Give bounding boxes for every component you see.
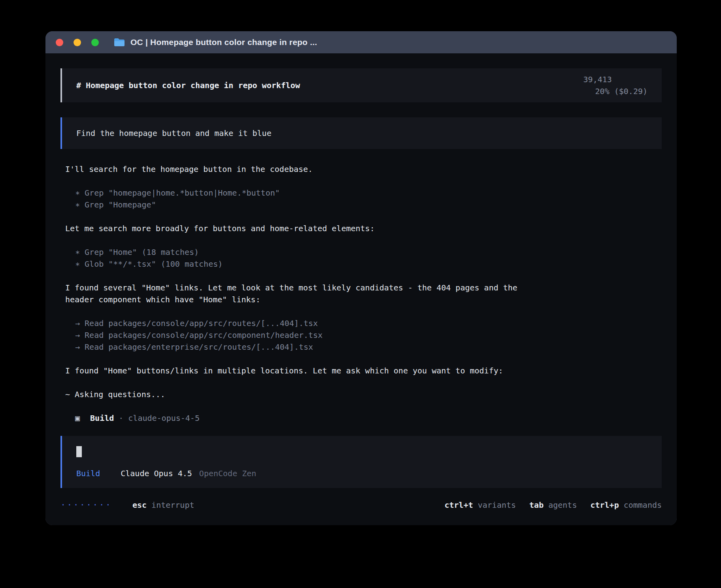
- read-call-line: → Read packages/console/app/src/routes/[…: [75, 317, 662, 329]
- terminal-window: OC | Homepage button color change in rep…: [45, 31, 677, 525]
- session-header: # Homepage button color change in repo w…: [60, 68, 662, 102]
- tool-call-line: ∗ Grep "homepage|home.*button|Home.*butt…: [75, 187, 662, 199]
- window-title: OC | Homepage button color change in rep…: [130, 38, 317, 47]
- terminal-content: # Homepage button color change in repo w…: [45, 53, 677, 525]
- agent-attribution: ▣Build·claude-opus-4-5: [75, 412, 662, 424]
- hint-label: commands: [624, 499, 662, 511]
- hint-key: tab: [529, 499, 544, 511]
- user-message-text: Find the homepage button and make it blu…: [76, 128, 272, 138]
- hint-key: ctrl+p: [590, 499, 619, 511]
- close-button[interactable]: [56, 39, 63, 46]
- tool-call-line: ∗ Grep "Home" (18 matches): [75, 246, 662, 258]
- hint-label: agents: [548, 499, 577, 511]
- user-message-block: Find the homepage button and make it blu…: [60, 117, 662, 149]
- separator-dot: ·: [119, 413, 123, 423]
- spinner-dots: ········: [60, 499, 112, 511]
- status-bar: ········ esc interrupt ctrl+t variants t…: [60, 499, 662, 523]
- prompt-input[interactable]: BuildClaude Opus 4.5OpenCode Zen: [60, 436, 662, 488]
- tool-call-group: ∗ Grep "Home" (18 matches) ∗ Glob "**/*.…: [75, 246, 662, 270]
- hint-agents: tab agents: [529, 499, 577, 511]
- agent-mode-label[interactable]: Build: [76, 469, 100, 478]
- paragraph-line: header component which have "Home" links…: [65, 294, 662, 305]
- agent-model: claude-opus-4-5: [128, 413, 200, 423]
- agent-name: Build: [90, 413, 114, 423]
- window-titlebar[interactable]: OC | Homepage button color change in rep…: [45, 31, 677, 53]
- assistant-paragraph: Let me search more broadly for buttons a…: [65, 222, 662, 234]
- input-mode-line: BuildClaude Opus 4.5OpenCode Zen: [76, 467, 647, 479]
- agent-badge-icon: ▣: [75, 413, 80, 423]
- tool-call-group: ∗ Grep "homepage|home.*button|Home.*butt…: [75, 187, 662, 211]
- tool-call-line: ∗ Grep "Homepage": [75, 199, 662, 211]
- assistant-paragraph: I found "Home" buttons/links in multiple…: [65, 365, 662, 377]
- esc-key-label: interrupt: [151, 499, 194, 511]
- text-cursor: [76, 446, 82, 457]
- read-call-line: → Read packages/enterprise/src/routes/[.…: [75, 341, 662, 353]
- folder-icon: [114, 38, 125, 47]
- assistant-paragraph: I'll search for the homepage button in t…: [65, 163, 662, 175]
- zoom-button[interactable]: [91, 39, 99, 46]
- context-percent-cost: 20% ($0.29): [595, 87, 647, 96]
- hint-label: variants: [478, 499, 516, 511]
- hint-variants: ctrl+t variants: [444, 499, 516, 511]
- minimize-button[interactable]: [74, 39, 81, 46]
- assistant-paragraph: I found several "Home" links. Let me loo…: [65, 282, 662, 305]
- model-name-label[interactable]: Claude Opus 4.5: [121, 469, 192, 478]
- read-call-line: → Read packages/console/app/src/componen…: [75, 329, 662, 341]
- paragraph-line: I found several "Home" links. Let me loo…: [65, 282, 662, 294]
- esc-key-hint: esc: [132, 499, 147, 511]
- tool-call-line: ∗ Glob "**/*.tsx" (100 matches): [75, 258, 662, 270]
- traffic-lights: [56, 39, 109, 46]
- session-title: # Homepage button color change in repo w…: [76, 79, 300, 91]
- provider-label: OpenCode Zen: [199, 469, 257, 478]
- hint-commands: ctrl+p commands: [590, 499, 662, 511]
- read-call-group: → Read packages/console/app/src/routes/[…: [75, 317, 662, 353]
- status-line: ~ Asking questions...: [65, 388, 662, 400]
- token-count: 39,413: [583, 75, 612, 84]
- assistant-response: I'll search for the homepage button in t…: [60, 163, 662, 424]
- hint-key: ctrl+t: [444, 499, 473, 511]
- session-stats: 39,413 20% ($0.29): [545, 62, 647, 109]
